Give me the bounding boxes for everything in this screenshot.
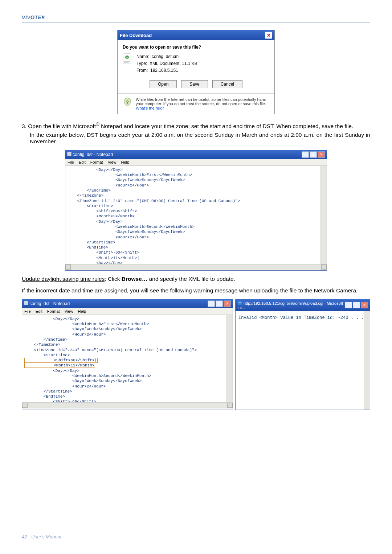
menu-help[interactable]: Help xyxy=(78,309,86,313)
menu-file[interactable]: File xyxy=(24,309,31,313)
page-footer: 42 - User's Manual xyxy=(22,534,61,539)
menu-edit[interactable]: Edit xyxy=(79,160,86,164)
step-3-text: 3. Open the file with Microsoft® Notepad… xyxy=(22,122,370,145)
notepad-content-1[interactable]: <Day></Day> <WeekinMonth>First</WeekinMo… xyxy=(65,166,327,270)
name-label: Name: xyxy=(136,54,149,59)
ie-icon xyxy=(237,300,242,305)
file-type: XML Document, 11.1 KB xyxy=(150,61,197,66)
cancel-button[interactable]: Cancel xyxy=(212,80,242,88)
notepad-icon xyxy=(24,301,28,305)
menu-view[interactable]: View xyxy=(108,160,117,164)
file-from: 192.168.5.151 xyxy=(150,68,178,73)
menu-view[interactable]: View xyxy=(65,309,73,313)
from-label: From: xyxy=(136,68,148,73)
minimize-icon[interactable]: – xyxy=(208,300,215,307)
notepad-icon xyxy=(67,152,72,156)
open-button[interactable]: Open xyxy=(150,80,177,88)
close-icon[interactable]: ✕ xyxy=(361,302,368,308)
brand-header: VIVOTEK xyxy=(22,15,370,20)
menu-edit[interactable]: Edit xyxy=(36,309,42,313)
file-name: config_dst.xml xyxy=(152,54,180,59)
dialog-title: File Download xyxy=(120,33,152,38)
shield-question-icon: ? xyxy=(123,97,132,107)
scrollbar-horizontal[interactable] xyxy=(22,402,233,409)
scrollbar-vertical[interactable] xyxy=(320,166,327,264)
close-icon[interactable]: ✕ xyxy=(318,151,325,158)
svg-rect-7 xyxy=(24,301,28,305)
scrollbar-vertical[interactable] xyxy=(226,315,233,403)
minimize-icon[interactable]: – xyxy=(345,302,352,308)
menu-format[interactable]: Format xyxy=(47,309,60,313)
svg-rect-4 xyxy=(124,62,128,63)
warning-paragraph: If the incorrect date and time are assig… xyxy=(22,287,370,294)
header-divider xyxy=(22,22,370,22)
scrollbar-vertical[interactable] xyxy=(364,311,370,410)
close-icon[interactable]: ✕ xyxy=(224,300,231,307)
save-button[interactable]: Save xyxy=(181,80,208,88)
minimize-icon[interactable]: – xyxy=(302,151,309,158)
maximize-icon[interactable]: □ xyxy=(216,300,223,307)
menu-file[interactable]: File xyxy=(68,160,74,164)
svg-rect-3 xyxy=(124,61,130,62)
notepad-title-2: config_dst - Notepad xyxy=(29,301,70,306)
highlighted-line-2: <Month>11</Month> xyxy=(24,363,95,368)
ie-error-window: http://192.168.5.121/cgi-bin/admin/uploa… xyxy=(235,299,370,410)
scrollbar-horizontal[interactable] xyxy=(65,264,327,270)
ie-window-title: http://192.168.5.121/cgi-bin/admin/uploa… xyxy=(237,301,343,310)
notepad-window-2: config_dst - Notepad – □ ✕ File Edit For… xyxy=(22,299,233,410)
menu-help[interactable]: Help xyxy=(121,160,129,164)
dialog-question: Do you want to open or save this file? xyxy=(123,45,269,50)
xml-file-icon: <> xyxy=(123,53,133,65)
type-label: Type: xyxy=(136,61,147,66)
svg-text:?: ? xyxy=(126,99,129,105)
maximize-icon[interactable]: □ xyxy=(353,302,360,308)
ie-error-message: Invalid <Month> value in TimeZone id: -2… xyxy=(238,315,364,320)
svg-text:<>: <> xyxy=(125,56,129,59)
file-download-dialog: File Download ✕ Do you want to open or s… xyxy=(117,30,275,114)
highlighted-line-1: <Shift>60</Shift>| xyxy=(24,358,98,363)
maximize-icon[interactable]: □ xyxy=(310,151,317,158)
svg-rect-6 xyxy=(67,152,72,156)
risk-link[interactable]: What's the risk? xyxy=(136,106,164,110)
notepad-title-1: config_dst - Notepad xyxy=(73,152,113,157)
update-rules-line: Update daylight saving time rules: Click… xyxy=(22,276,370,282)
notepad-content-2[interactable]: <Day></Day> <WeekinMonth>First</WeekinMo… xyxy=(22,315,233,409)
menu-format[interactable]: Format xyxy=(90,160,103,164)
warning-text: While files from the Internet can be use… xyxy=(136,97,266,106)
close-icon[interactable]: ✕ xyxy=(265,32,272,39)
notepad-window-1: config_dst - Notepad – □ ✕ File Edit For… xyxy=(65,150,327,271)
